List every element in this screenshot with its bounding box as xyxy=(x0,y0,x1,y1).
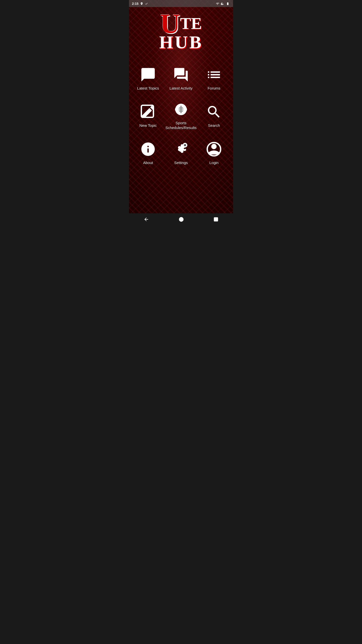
latest-topics-label: Latest Topics xyxy=(137,86,159,91)
latest-activity-label: Latest Activity xyxy=(169,86,193,91)
svg-point-15 xyxy=(179,217,184,222)
forums-label: Forums xyxy=(208,86,220,91)
new-topic-button[interactable]: New Topic xyxy=(133,95,163,135)
location-icon xyxy=(140,2,143,5)
login-label: Login xyxy=(209,160,219,165)
wifi-icon xyxy=(215,2,219,5)
back-button[interactable] xyxy=(139,215,154,224)
user-icon xyxy=(205,140,223,158)
check-icon xyxy=(145,2,148,5)
chat-bubble-icon xyxy=(139,66,157,84)
about-button[interactable]: About xyxy=(133,135,163,170)
time-display: 2:15 xyxy=(132,2,139,6)
home-button[interactable] xyxy=(173,215,189,224)
sports-schedules-button[interactable]: SportsSchedules/Results xyxy=(163,95,199,135)
logo-te: TE xyxy=(180,14,202,33)
menu-grid: Latest Topics Latest Activity Forums xyxy=(133,60,229,170)
search-button[interactable]: Search xyxy=(199,95,229,135)
new-topic-label: New Topic xyxy=(139,123,157,128)
chat-bubbles-icon xyxy=(172,66,190,84)
list-icon xyxy=(205,66,223,84)
battery-icon xyxy=(225,2,230,5)
about-label: About xyxy=(143,160,153,165)
app-logo: U TE HUB xyxy=(159,12,203,53)
sports-schedules-label: SportsSchedules/Results xyxy=(165,121,197,130)
signal-icon xyxy=(221,2,224,5)
logo-hub: HUB xyxy=(159,32,203,53)
edit-icon xyxy=(139,103,157,121)
settings-icon xyxy=(172,140,190,158)
latest-activity-button[interactable]: Latest Activity xyxy=(163,60,199,95)
football-icon xyxy=(172,101,190,118)
info-icon xyxy=(139,140,157,158)
login-button[interactable]: Login xyxy=(199,135,229,170)
svg-point-9 xyxy=(184,144,186,146)
search-label: Search xyxy=(208,123,220,128)
latest-topics-button[interactable]: Latest Topics xyxy=(133,60,163,95)
bottom-navigation xyxy=(129,213,233,225)
forums-button[interactable]: Forums xyxy=(199,60,229,95)
recent-button[interactable] xyxy=(208,215,223,224)
status-bar: 2:15 xyxy=(129,0,233,7)
settings-button[interactable]: Settings xyxy=(163,135,199,170)
main-content: U TE HUB Latest Topics Latest Activity xyxy=(129,7,233,213)
svg-rect-16 xyxy=(214,218,218,221)
search-icon xyxy=(205,103,223,121)
settings-label: Settings xyxy=(174,160,188,165)
